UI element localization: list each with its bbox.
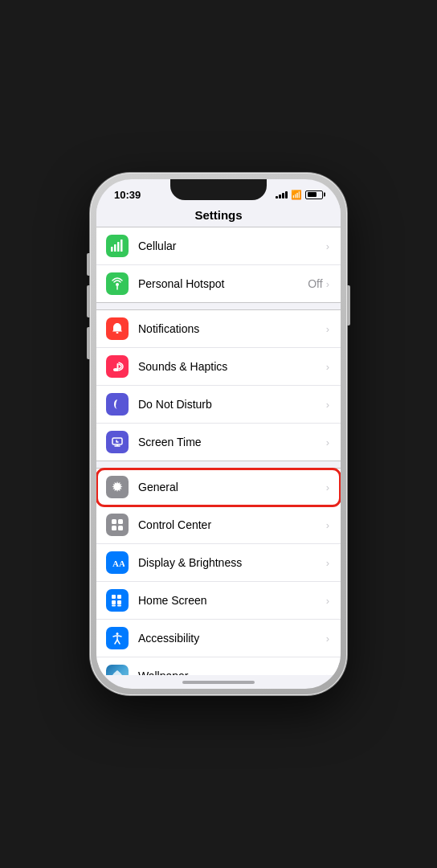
svg-rect-22 [112,605,116,607]
sounds-haptics-row[interactable]: Sounds & Haptics › [96,348,341,386]
dnd-label: Do Not Disturb [138,398,326,411]
cellular-label: Cellular [138,240,326,252]
svg-rect-8 [117,363,119,371]
home-bar[interactable] [182,681,255,684]
notch [170,179,267,200]
general-section: General › Control Center › [96,468,341,675]
screentime-icon [106,431,129,453]
control-center-label: Control Center [138,518,326,531]
wallpaper-label: Wallpaper [138,669,326,675]
volume-down-button[interactable] [87,327,90,359]
screen-time-row[interactable]: Screen Time › [96,424,341,461]
display-brightness-row[interactable]: AA Display & Brightness › [96,544,341,582]
display-label: Display & Brightness [138,556,326,569]
svg-rect-1 [114,244,116,252]
svg-text:AA: AA [112,559,125,568]
general-chevron: › [326,481,329,493]
battery-status-icon [305,190,323,199]
control-center-row[interactable]: Control Center › [96,506,341,544]
notifications-chevron: › [326,323,329,335]
wifi-icon: 📶 [291,190,302,200]
svg-rect-19 [117,595,121,599]
accessibility-icon [106,627,129,649]
sounds-label: Sounds & Haptics [138,360,326,373]
sounds-icon [106,355,129,378]
phone-screen: 10:39 📶 Settings [96,179,341,689]
screentime-label: Screen Time [138,436,326,448]
general-label: General [138,481,326,493]
svg-rect-15 [112,526,116,530]
svg-rect-20 [112,600,116,604]
accessibility-row[interactable]: Accessibility › [96,620,341,657]
sounds-chevron: › [326,361,329,373]
page-title: Settings [194,208,242,222]
notifications-icon [106,317,129,340]
volume-up-button[interactable] [87,285,90,317]
homescreen-chevron: › [326,595,329,607]
screentime-chevron: › [326,436,329,448]
svg-rect-16 [118,526,123,530]
accessibility-label: Accessibility [138,632,326,645]
connectivity-section: Cellular › Personal Hotspot Off [96,227,341,303]
wallpaper-row[interactable]: Wallpaper › [96,657,341,675]
svg-rect-21 [117,600,121,604]
hotspot-label: Personal Hotspot [138,277,308,290]
cellular-row[interactable]: Cellular › [96,227,341,265]
homescreen-label: Home Screen [138,594,326,607]
hotspot-value: Off [308,277,322,290]
notifications-row[interactable]: Notifications › [96,310,341,348]
home-screen-row[interactable]: Home Screen › [96,582,341,620]
svg-rect-14 [118,519,123,524]
svg-rect-2 [117,242,120,252]
general-row[interactable]: General › [96,469,341,506]
homescreen-icon [106,589,129,612]
svg-rect-9 [112,438,122,444]
wallpaper-icon [106,665,129,675]
svg-rect-18 [112,595,116,599]
settings-list[interactable]: Cellular › Personal Hotspot Off [96,227,341,675]
mute-button[interactable] [87,253,90,276]
personal-hotspot-row[interactable]: Personal Hotspot Off › [96,265,341,302]
signal-icon [276,191,288,199]
svg-rect-13 [112,519,116,524]
svg-rect-6 [116,332,119,334]
notifications-section: Notifications › Sounds & Haptics › [96,309,341,461]
cellular-chevron: › [326,240,329,252]
dnd-icon [106,393,129,416]
display-icon: AA [106,551,129,574]
wallpaper-chevron: › [326,670,329,676]
control-center-chevron: › [326,519,329,531]
notifications-label: Notifications [138,322,326,335]
svg-rect-0 [111,247,113,252]
svg-rect-23 [117,605,121,607]
cellular-icon [106,235,129,257]
hotspot-icon [106,272,129,295]
svg-rect-3 [120,240,123,252]
status-icons: 📶 [276,190,323,200]
svg-point-24 [116,633,119,635]
general-icon [106,476,129,498]
nav-bar: Settings [96,205,341,227]
hotspot-chevron: › [326,278,329,290]
power-button[interactable] [347,285,350,326]
svg-line-27 [117,640,120,644]
svg-line-26 [115,640,117,644]
do-not-disturb-row[interactable]: Do Not Disturb › [96,386,341,424]
display-chevron: › [326,557,329,569]
control-center-icon [106,514,129,536]
status-time: 10:39 [114,189,141,201]
dnd-chevron: › [326,399,329,411]
accessibility-chevron: › [326,633,329,645]
phone-frame: 10:39 📶 Settings [90,173,347,695]
